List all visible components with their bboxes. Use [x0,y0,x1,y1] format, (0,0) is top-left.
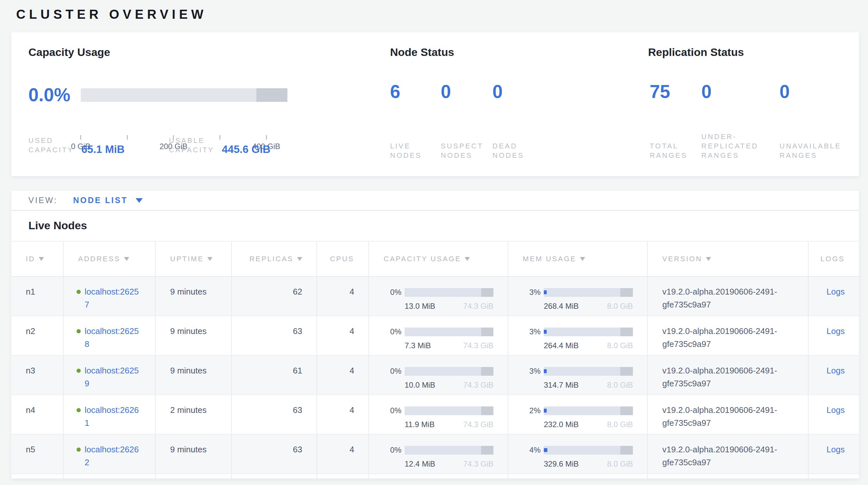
sort-desc-icon [297,257,302,261]
chevron-down-icon [135,198,143,203]
logs-link[interactable]: Logs [827,366,845,375]
column-header-label: ID [26,255,35,263]
mem-usage-used-value: 232.0 MiB [544,420,579,429]
node-address-link[interactable]: localhost:26261 [85,403,140,429]
mem-usage-total-value: 8.0 GiB [607,420,633,429]
node-address-cell: localhost:26259 [64,356,156,395]
replication-stat: 75TOTAL RANGES [650,82,698,160]
mem-usage-percent: 2% [523,404,540,417]
node-address-link[interactable]: localhost:26257 [85,285,140,311]
column-header-logs: LOGS [809,241,859,276]
node-id-cell: n2 [11,316,64,355]
capacity-usage-bar [405,446,493,455]
capacity-usage-bar [81,88,287,102]
node-uptime-cell: 2 minutes [156,395,232,434]
usable-capacity-label: USABLE CAPACITY [169,136,217,154]
capacity-usage-cell: 0%7.3 MiB74.3 GiB [369,316,508,355]
replication-status-section: Replication Status 75TOTAL RANGES0UNDER-… [648,32,858,176]
stat-value: 0 [492,82,538,101]
mem-usage-fill [544,290,547,294]
replication-stat: 0UNAVAILABLE RANGES [779,82,860,160]
logs-link[interactable]: Logs [827,405,845,415]
column-header-label: VERSION [662,255,702,263]
node-version-cell: v19.2.0-alpha.20190606-2491-gfe735c9a97 [648,316,809,355]
node-live-icon [76,448,81,452]
table-row: n3localhost:262599 minutes6140%10.0 MiB7… [11,356,859,395]
sort-desc-icon [39,257,44,261]
sort-desc-icon [207,257,213,261]
capacity-usage-percent: 0% [383,444,401,457]
capacity-usage-reserved-segment [481,327,494,336]
node-address-cell: localhost:26257 [64,277,156,316]
node-address-link[interactable]: localhost:26259 [85,364,140,390]
column-header-capacity[interactable]: CAPACITY USAGE [369,241,508,276]
live-nodes-heading: Live Nodes [28,219,87,232]
stat-value: 0 [779,82,860,101]
mem-usage-percent: 3% [523,365,540,378]
mem-usage-total-value: 8.0 GiB [607,341,633,350]
node-address-link[interactable]: localhost:26258 [85,325,140,350]
sort-desc-icon [580,257,585,261]
capacity-usage-used-value: 11.9 MiB [405,420,435,429]
node-version-cell: v19.2.0-alpha.20190606-2491-gfe735c9a97 [648,356,809,395]
mem-usage-reserved-segment [620,446,633,455]
node-live-icon [76,408,81,412]
mem-usage-total-value: 8.0 GiB [607,380,633,390]
column-header-id[interactable]: ID [11,241,64,276]
mem-usage-used-value: 329.6 MiB [544,459,579,469]
node-replicas-cell: 63 [232,316,317,355]
column-header-version[interactable]: VERSION [648,241,809,276]
node-cpus-cell: 4 [317,277,369,316]
node-version-cell: v19.2.0-alpha.20190606-2491-gfe735c9a97 [648,277,809,316]
node-version-cell: v19.2.0-alpha.20190606-2491-gfe735c9a97 [648,434,809,473]
used-capacity-label: USED CAPACITY [28,136,77,154]
node-uptime-cell: 9 minutes [156,316,232,355]
column-header-label: LOGS [820,255,845,263]
capacity-usage-cell: 0%11.9 MiB74.3 GiB [369,395,508,434]
node-status-stats: 6LIVE NODES0SUSPECT NODES0DEAD NODES [390,82,642,160]
table-row: n2localhost:262589 minutes6340%7.3 MiB74… [11,316,859,356]
view-dropdown[interactable]: NODE LIST [73,196,143,205]
node-live-icon [76,369,81,373]
capacity-usage-used-value: 7.3 MiB [405,341,431,350]
capacity-usage-used-value: 12.4 MiB [405,459,435,469]
mem-usage-bar [544,446,633,455]
table-header-row: IDADDRESSUPTIMEREPLICASCPUSCAPACITY USAG… [11,241,859,277]
node-replicas-cell: 61 [232,356,317,395]
logs-link[interactable]: Logs [827,445,845,454]
capacity-usage-cell: 0%13.0 MiB74.3 GiB [369,277,508,316]
view-dropdown-value: NODE LIST [73,196,128,205]
column-header-label: MEM USAGE [523,255,577,263]
stat-label: UNDER-REPLICATED RANGES [702,132,776,160]
mem-usage-bar [544,327,633,336]
capacity-usage-total-value: 74.3 GiB [463,380,493,390]
capacity-usage-total-value: 74.3 GiB [463,420,493,429]
capacity-usage-bar [405,367,493,376]
mem-usage-percent: 3% [523,286,540,299]
logs-link[interactable]: Logs [827,326,845,336]
capacity-usage-section: Capacity Usage 0.0% 0 GiB200 GiB400 GiB … [28,32,380,176]
replication-stat: 0UNDER-REPLICATED RANGES [702,82,776,160]
column-header-address[interactable]: ADDRESS [64,241,156,276]
capacity-usage-reserved-segment [481,406,494,415]
capacity-usage-cell: 0%10.0 MiB74.3 GiB [369,356,508,395]
node-replicas-cell: 63 [232,395,317,434]
capacity-usage-total-value: 74.3 GiB [463,301,493,311]
cluster-summary-card: Capacity Usage 0.0% 0 GiB200 GiB400 GiB … [11,32,859,176]
node-address-link[interactable]: localhost:26262 [85,443,140,469]
mem-usage-used-value: 314.7 MiB [544,380,579,390]
column-header-mem[interactable]: MEM USAGE [508,241,648,276]
node-logs-cell: Logs [809,316,859,355]
capacity-usage-bar [405,288,493,297]
node-status-section: Node Status 6LIVE NODES0SUSPECT NODES0DE… [390,32,642,176]
axis-tick [127,135,128,140]
live-nodes-table: IDADDRESSUPTIMEREPLICASCPUSCAPACITY USAG… [11,241,859,479]
stat-value: 75 [650,82,698,101]
table-row: n5localhost:262629 minutes6340%12.4 MiB7… [11,434,859,474]
column-header-replicas[interactable]: REPLICAS [232,241,317,276]
table-body: n1localhost:262579 minutes6240%13.0 MiB7… [11,277,859,479]
column-header-uptime[interactable]: UPTIME [156,241,232,276]
node-status-stat: 0SUSPECT NODES [441,82,492,160]
node-id-cell: n5 [11,434,64,473]
logs-link[interactable]: Logs [827,287,845,296]
